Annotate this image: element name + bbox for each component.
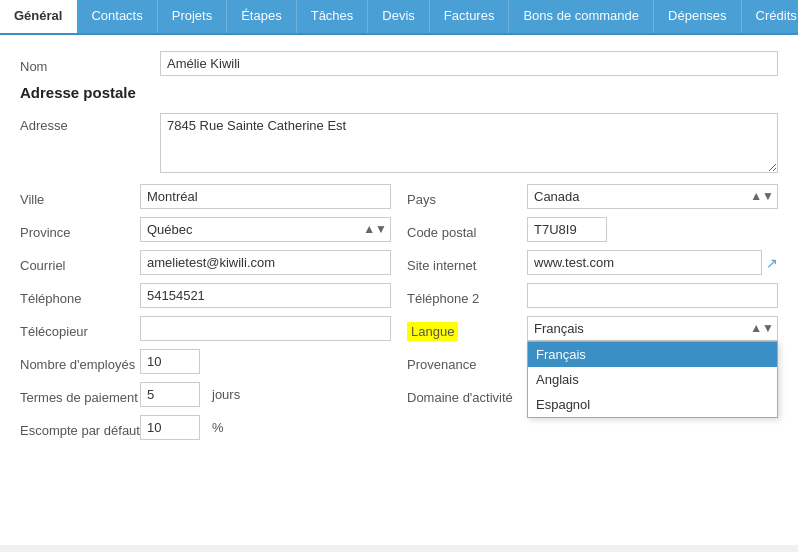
codepostal-label: Code postal [407, 220, 527, 240]
tab-bons[interactable]: Bons de commande [509, 0, 654, 33]
escompte-col: Escompte par défaut % [20, 415, 391, 440]
provenance-label: Provenance [407, 352, 527, 372]
tab-depenses[interactable]: Dépenses [654, 0, 742, 33]
tab-credits[interactable]: Crédits [742, 0, 798, 33]
external-link-icon[interactable]: ↗ [766, 255, 778, 271]
escompte-row: Escompte par défaut % [20, 415, 778, 440]
tel-col: Téléphone [20, 283, 391, 308]
site-col: Site internet ↗ [407, 250, 778, 275]
courriel-site-row: Courriel Site internet ↗ [20, 250, 778, 275]
employes-label: Nombre d'employés [20, 352, 140, 372]
langue-label: Langue [407, 319, 527, 339]
langue-option-francais[interactable]: Français [528, 342, 777, 367]
langue-option-espagnol[interactable]: Espagnol [528, 392, 777, 417]
domaine-label: Domaine d'activité [407, 385, 527, 405]
langue-dropdown-container: ▲▼ Français Anglais Espagnol [527, 316, 778, 341]
telecopieur-label: Télécopieur [20, 319, 140, 339]
nom-label: Nom [20, 54, 160, 74]
tab-taches[interactable]: Tâches [297, 0, 369, 33]
tab-bar: Général Contacts Projets Étapes Tâches D… [0, 0, 798, 35]
telecopieur-col: Télécopieur [20, 316, 391, 341]
tel2-label: Téléphone 2 [407, 286, 527, 306]
employes-col: Nombre d'employés [20, 349, 391, 374]
pays-col: Pays Canada ▲▼ [407, 184, 778, 209]
nom-row: Nom [20, 51, 778, 76]
ville-label: Ville [20, 187, 140, 207]
tab-projets[interactable]: Projets [158, 0, 227, 33]
tab-etapes[interactable]: Étapes [227, 0, 296, 33]
termes-input[interactable] [140, 382, 200, 407]
site-label: Site internet [407, 253, 527, 273]
pays-select[interactable]: Canada [527, 184, 778, 209]
province-codepostal-row: Province Québec ▲▼ Code postal [20, 217, 778, 242]
empty-col [407, 415, 778, 440]
ville-pays-row: Ville Pays Canada ▲▼ [20, 184, 778, 209]
tel2-col: Téléphone 2 [407, 283, 778, 308]
main-content: Nom Adresse postale Adresse Ville Pays C… [0, 35, 798, 545]
telecopieur-langue-row: Télécopieur Langue ▲▼ Français Anglais [20, 316, 778, 341]
tel-input[interactable] [140, 283, 391, 308]
codepostal-input[interactable] [527, 217, 607, 242]
escompte-label: Escompte par défaut [20, 418, 140, 438]
langue-highlight: Langue [407, 322, 458, 341]
province-select[interactable]: Québec [140, 217, 391, 242]
courriel-col: Courriel [20, 250, 391, 275]
langue-dropdown-list: Français Anglais Espagnol [527, 341, 778, 418]
langue-display[interactable] [527, 316, 778, 341]
employes-input[interactable] [140, 349, 200, 374]
termes-suffix: jours [212, 387, 240, 402]
ville-col: Ville [20, 184, 391, 209]
ville-input[interactable] [140, 184, 391, 209]
escompte-suffix: % [212, 420, 224, 435]
tel-label: Téléphone [20, 286, 140, 306]
province-label: Province [20, 220, 140, 240]
tel2-input[interactable] [527, 283, 778, 308]
langue-option-anglais[interactable]: Anglais [528, 367, 777, 392]
langue-select-wrapper: ▲▼ [527, 316, 778, 341]
codepostal-col: Code postal [407, 217, 778, 242]
courriel-label: Courriel [20, 253, 140, 273]
tab-general[interactable]: Général [0, 0, 77, 33]
termes-label: Termes de paiement [20, 385, 140, 405]
site-input[interactable] [527, 250, 762, 275]
escompte-input[interactable] [140, 415, 200, 440]
courriel-input[interactable] [140, 250, 391, 275]
tab-factures[interactable]: Factures [430, 0, 510, 33]
tab-devis[interactable]: Devis [368, 0, 430, 33]
langue-col: Langue ▲▼ Français Anglais Espagnol [407, 316, 778, 341]
tel-row: Téléphone Téléphone 2 [20, 283, 778, 308]
termes-col: Termes de paiement jours [20, 382, 391, 407]
adresse-row: Adresse [20, 113, 778, 176]
telecopieur-input[interactable] [140, 316, 391, 341]
province-select-wrapper: Québec ▲▼ [140, 217, 391, 242]
adresse-section-title: Adresse postale [20, 84, 778, 101]
adresse-textarea[interactable] [160, 113, 778, 173]
nom-input[interactable] [160, 51, 778, 76]
adresse-label: Adresse [20, 113, 160, 133]
province-col: Province Québec ▲▼ [20, 217, 391, 242]
pays-label: Pays [407, 187, 527, 207]
tab-contacts[interactable]: Contacts [77, 0, 157, 33]
pays-select-wrapper: Canada ▲▼ [527, 184, 778, 209]
